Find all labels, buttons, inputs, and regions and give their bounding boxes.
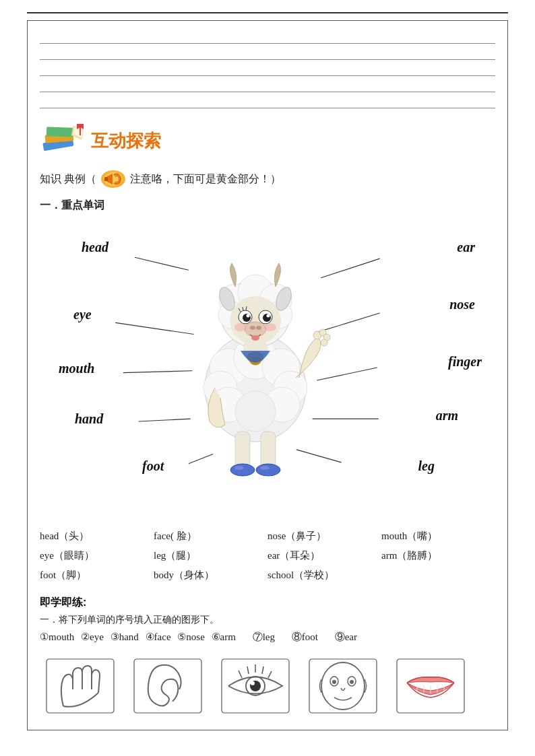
svg-point-52 <box>234 323 247 331</box>
vocab-entry-0: head（头） <box>40 528 154 545</box>
label-arm: arm <box>436 408 458 423</box>
svg-point-51 <box>251 335 259 341</box>
label-mouth: mouth <box>59 361 94 376</box>
vocab-entry-1: face( 脸） <box>154 528 268 545</box>
label-ear: ear <box>457 240 475 255</box>
svg-point-48 <box>245 322 266 337</box>
body-img-mouth <box>390 656 471 716</box>
vocab-entry-5: leg（腿） <box>154 547 268 564</box>
section-header: 互动探索 <box>40 121 495 161</box>
vocab-entry-3: mouth（嘴） <box>381 528 495 545</box>
svg-rect-68 <box>134 659 201 713</box>
svg-point-63 <box>230 464 255 476</box>
svg-point-83 <box>350 680 354 684</box>
word-item-4: ⑤nose <box>177 631 205 642</box>
vocab-entry-6: ear（耳朵） <box>268 547 381 564</box>
vocab-entry-4: eye（眼睛） <box>40 547 154 564</box>
label-hand: hand <box>75 411 103 427</box>
svg-point-53 <box>264 323 276 331</box>
vocab-entry-11 <box>381 567 495 584</box>
vocab-section-label: 一．重点单词 <box>40 199 495 213</box>
ruled-lines <box>40 29 495 108</box>
svg-point-72 <box>251 681 255 685</box>
word-item-8: ⑨ear <box>325 631 357 642</box>
svg-rect-62 <box>261 432 276 469</box>
svg-point-29 <box>235 391 276 432</box>
body-img-ear <box>127 656 208 716</box>
knowledge-suffix: 注意咯，下面可是黄金部分！） <box>130 172 281 186</box>
svg-point-44 <box>267 314 270 318</box>
word-item-7: ⑧foot <box>282 631 318 642</box>
word-item-2: ③hand <box>111 631 139 642</box>
speaker-icon <box>100 169 126 189</box>
top-line <box>27 12 508 13</box>
body-img-hand <box>40 656 121 716</box>
word-item-0: ①mouth <box>40 631 74 642</box>
body-img-eye <box>215 656 296 716</box>
label-finger: finger <box>448 354 482 370</box>
vocab-entry-8: foot（脚） <box>40 567 154 584</box>
label-eye: eye <box>73 307 92 322</box>
svg-point-43 <box>247 314 250 318</box>
word-item-5: ⑥arm <box>212 631 236 642</box>
word-item-1: ②eye <box>81 631 104 642</box>
svg-point-82 <box>332 680 336 684</box>
vocab-entry-7: arm（胳膊） <box>381 547 495 564</box>
vocab-entry-2: nose（鼻子） <box>268 528 381 545</box>
vocab-entry-10: school（学校） <box>268 567 381 584</box>
svg-point-64 <box>256 464 280 476</box>
vocab-entry-9: body（身体） <box>154 567 268 584</box>
book-icon <box>40 121 87 161</box>
label-leg: leg <box>418 458 435 474</box>
ruled-line-2 <box>40 45 495 60</box>
section-title: 互动探索 <box>91 129 161 153</box>
svg-point-49 <box>250 326 255 330</box>
knowledge-bar: 知识 典例（ 注意咯，下面可是黄金部分！） <box>40 169 495 189</box>
svg-rect-10 <box>104 177 108 181</box>
main-box: 互动探索 知识 典例（ 注意咯，下面可是黄金部分！） 一．重点单词 <box>27 20 508 730</box>
ruled-line-4 <box>40 77 495 92</box>
word-item-3: ④face <box>146 631 171 642</box>
svg-point-66 <box>260 466 270 470</box>
vocab-grid: head（头） face( 脸） nose（鼻子） mouth（嘴） eye（眼… <box>40 528 495 584</box>
label-nose: nose <box>449 297 475 312</box>
practice-instruction: 一．将下列单词的序号填入正确的图形下。 <box>40 614 495 626</box>
practice-title: 即学即练: <box>40 596 495 610</box>
sheep-character <box>168 233 343 489</box>
word-item-6: ⑦leg <box>243 631 275 642</box>
knowledge-prefix: 知识 典例（ <box>40 172 96 186</box>
svg-rect-2 <box>46 127 73 137</box>
body-img-face <box>303 656 383 716</box>
ruled-line-1 <box>40 29 495 44</box>
ruled-line-5 <box>40 94 495 108</box>
svg-point-60 <box>321 339 327 346</box>
svg-point-65 <box>234 466 244 470</box>
label-head: head <box>82 240 108 255</box>
ruled-line-3 <box>40 61 495 76</box>
label-foot: foot <box>142 458 164 474</box>
word-list: ①mouth ②eye ③hand ④face ⑤nose ⑥arm ⑦leg … <box>40 629 495 646</box>
svg-point-50 <box>256 326 261 330</box>
svg-rect-61 <box>235 432 250 469</box>
body-diagram: head eye mouth hand foot ear nose finger… <box>40 219 495 516</box>
body-images-row <box>40 656 495 716</box>
